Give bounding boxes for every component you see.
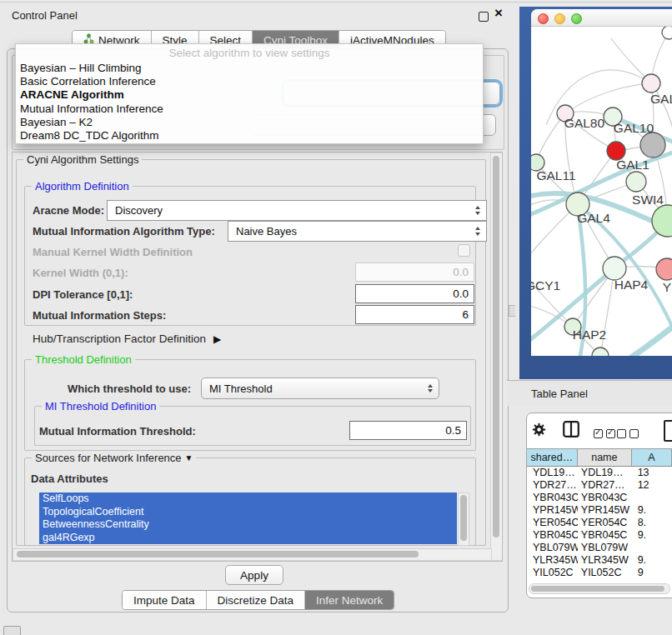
cell-shared-name: YIL052C xyxy=(527,567,578,579)
spinner-arrows-icon xyxy=(475,206,480,215)
mi-type-label: Mutual Information Algorithm Type: xyxy=(33,225,215,238)
network-node-label: HAP4 xyxy=(614,278,649,292)
algorithm-option[interactable]: ARACNE Algorithm xyxy=(16,88,483,102)
settings-vertical-scrollbar[interactable] xyxy=(490,152,503,561)
table-settings-gear-icon[interactable] xyxy=(532,422,546,440)
table-row[interactable]: YPR145WYPR145W9. xyxy=(527,504,672,517)
panel-splitter-handle[interactable] xyxy=(509,305,515,317)
table-horizontal-scrollbar[interactable] xyxy=(529,583,670,594)
tab-impute-data[interactable]: Impute Data xyxy=(123,591,207,609)
which-threshold-label: Which threshold to use: xyxy=(68,382,191,395)
column-header-A[interactable]: A xyxy=(632,449,672,466)
network-node[interactable] xyxy=(662,27,672,39)
close-panel-icon[interactable]: × xyxy=(494,6,503,21)
algorithm-option[interactable]: Mutual Information Inference xyxy=(16,102,483,116)
mi-type-combobox[interactable]: Naive Bayes xyxy=(228,221,487,242)
network-canvas[interactable]: GALGAL80GAL10GAL1GAL11SWI4GAL4GCY1HAP4YH… xyxy=(531,27,672,356)
attribute-list-item[interactable]: BetweennessCentrality xyxy=(39,518,457,532)
cell-value: 8. xyxy=(632,517,672,529)
dpi-tolerance-field[interactable] xyxy=(355,284,474,303)
table-row[interactable]: YER054CYER054C8. xyxy=(527,517,672,529)
which-threshold-value: MI Threshold xyxy=(209,382,273,395)
tab-discretize-data[interactable]: Discretize Data xyxy=(207,591,306,609)
aracne-mode-combobox[interactable]: Discovery xyxy=(107,200,487,221)
split-panel-icon[interactable] xyxy=(563,421,579,441)
manual-kernel-label: Manual Kernel Width Definition xyxy=(33,246,193,258)
network-node[interactable] xyxy=(626,172,646,192)
cell-value xyxy=(632,542,672,554)
aracne-mode-value: Discovery xyxy=(115,204,163,217)
node-table: shared…nameA YDL19…YDL19…13YDR27…YDR27…1… xyxy=(527,448,672,580)
new-table-icon[interactable] xyxy=(664,420,672,442)
attribute-list-item[interactable]: TopologicalCoefficient xyxy=(39,506,457,519)
cell-shared-name: YDR27… xyxy=(527,479,578,492)
table-row[interactable]: YBR045CYBR045C9. xyxy=(527,529,672,542)
deselect-all-columns-icon[interactable] xyxy=(617,427,642,442)
algorithm-dropdown-popup: Select algorithm to view settings Bayesi… xyxy=(15,43,484,144)
data-attributes-list: SelfLoopsTopologicalCoefficientBetweenne… xyxy=(39,492,457,544)
sources-group-toggle[interactable]: Sources for Network Inference▼ xyxy=(32,452,196,464)
tab-label: Discretize Data xyxy=(218,594,294,607)
data-attributes-label: Data Attributes xyxy=(31,472,108,485)
cell-name: YBL079W xyxy=(578,542,632,554)
dpi-tolerance-label: DPI Tolerance [0,1]: xyxy=(33,288,133,301)
table-row[interactable]: YLR345WYLR345W9. xyxy=(527,554,672,567)
mi-threshold-label: Mutual Information Threshold: xyxy=(39,425,196,438)
corner-widget-button[interactable] xyxy=(3,626,21,635)
attributes-scrollbar[interactable] xyxy=(458,492,469,546)
table-row[interactable]: YDL19…YDL19…13 xyxy=(527,467,672,479)
manual-kernel-checkbox[interactable] xyxy=(458,244,470,257)
algorithm-option[interactable]: Bayesian – Hill Climbing xyxy=(16,62,483,75)
mi-threshold-group-title: MI Threshold Definition xyxy=(42,400,159,412)
tab-label: Infer Network xyxy=(316,594,383,607)
cell-name: YBR045C xyxy=(578,529,632,542)
network-node[interactable] xyxy=(640,132,665,158)
table-row[interactable]: YBR043CYBR043C xyxy=(527,492,672,504)
network-window-titlebar[interactable] xyxy=(531,9,672,27)
network-node[interactable] xyxy=(603,257,626,280)
cell-shared-name: YPR145W xyxy=(527,504,578,517)
column-header-shared[interactable]: shared… xyxy=(527,449,578,466)
mi-steps-field[interactable] xyxy=(355,305,474,324)
mi-steps-label: Mutual Information Steps: xyxy=(33,309,166,322)
table-row[interactable]: YBL079WYBL079W xyxy=(527,542,672,554)
network-node-label: SWI4 xyxy=(632,192,664,207)
algorithm-option[interactable]: Bayesian – K2 xyxy=(16,116,483,129)
settings-horizontal-scrollbar[interactable] xyxy=(13,548,492,561)
cell-shared-name: YLR345W xyxy=(527,554,578,567)
table-row[interactable]: YDR27…YDR27…12 xyxy=(527,479,672,492)
minimize-window-icon[interactable] xyxy=(554,13,565,24)
cell-value: 9. xyxy=(632,529,672,542)
sources-group-title: Sources for Network Inference xyxy=(35,452,182,464)
settings-vertical-scrollbar-thumb[interactable] xyxy=(493,156,499,538)
network-node[interactable] xyxy=(642,74,660,92)
cell-name: YDL19… xyxy=(578,467,632,479)
algorithm-option[interactable]: Dream8 DC_TDC Algorithm xyxy=(16,129,483,142)
settings-horizontal-scrollbar-thumb[interactable] xyxy=(17,551,419,558)
cyni-settings-scrollpane: Cyni Algorithm Settings Algorithm Defini… xyxy=(12,152,503,562)
table-horizontal-scrollbar-thumb[interactable] xyxy=(531,586,664,592)
attributes-scrollbar-thumb[interactable] xyxy=(460,495,467,541)
close-window-icon[interactable] xyxy=(538,13,549,24)
table-row[interactable]: YIL052CYIL052C9 xyxy=(527,567,672,579)
zoom-window-icon[interactable] xyxy=(571,13,582,24)
hub-definition-toggle[interactable]: Hub/Transcription Factor Definition▶ xyxy=(33,332,221,345)
algorithm-dropdown-placeholder: Select algorithm to view settings xyxy=(16,44,483,62)
algorithm-option[interactable]: Basic Correlation Inference xyxy=(16,75,483,88)
float-panel-icon[interactable] xyxy=(479,12,489,22)
tab-infer-network[interactable]: Infer Network xyxy=(305,591,394,609)
attribute-list-item[interactable]: SelfLoops xyxy=(39,492,457,506)
which-threshold-combobox[interactable]: MI Threshold xyxy=(201,378,439,399)
cell-name: YDR27… xyxy=(578,479,632,492)
network-node-label: GAL1 xyxy=(616,158,649,172)
network-node[interactable] xyxy=(656,258,672,280)
cyni-algorithm-settings-title: Cyni Algorithm Settings xyxy=(23,153,142,166)
apply-button[interactable]: Apply xyxy=(225,565,283,585)
column-header-name[interactable]: name xyxy=(578,449,632,466)
attribute-list-item[interactable]: gal4RGexp xyxy=(39,532,457,545)
mi-threshold-field[interactable] xyxy=(349,421,467,440)
control-panel-title: Control Panel xyxy=(12,9,78,22)
kernel-width-field[interactable] xyxy=(355,262,474,282)
network-node[interactable] xyxy=(592,348,609,356)
select-all-columns-icon[interactable]: ✓✓ xyxy=(594,427,619,442)
